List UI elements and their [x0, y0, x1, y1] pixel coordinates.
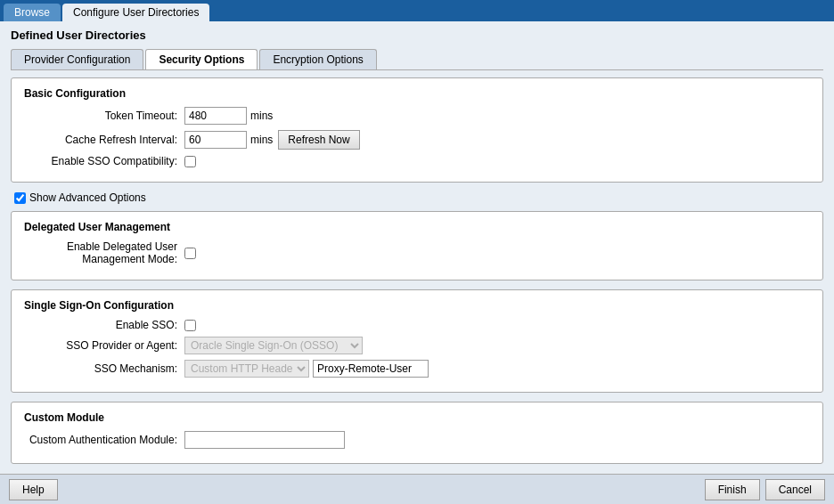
basic-config-title: Basic Configuration — [24, 87, 810, 100]
enable-sso-row: Enable SSO: — [24, 319, 810, 331]
sso-mechanism-text-input[interactable] — [313, 360, 429, 378]
tab-provider[interactable]: Provider Configuration — [11, 49, 143, 69]
tab-encryption[interactable]: Encryption Options — [259, 49, 376, 69]
tab-security[interactable]: Security Options — [145, 49, 258, 69]
show-advanced-checkbox[interactable] — [14, 192, 26, 204]
cache-refresh-input[interactable] — [184, 131, 247, 149]
tab-security-label: Security Options — [159, 53, 244, 66]
bottom-left: Help — [9, 479, 58, 500]
sso-mechanism-label: SSO Mechanism: — [24, 362, 184, 375]
basic-config-section: Basic Configuration Token Timeout: mins … — [11, 77, 823, 183]
cache-refresh-row: Cache Refresh Interval: mins Refresh Now — [24, 130, 810, 150]
enable-delegated-checkbox[interactable] — [184, 248, 196, 259]
sub-tab-bar: Provider Configuration Security Options … — [11, 49, 823, 70]
token-timeout-row: Token Timeout: mins — [24, 107, 810, 125]
tab-provider-label: Provider Configuration — [24, 53, 130, 66]
bottom-bar: Help Finish Cancel — [0, 474, 834, 504]
sso-provider-select[interactable]: Oracle Single Sign-On (OSSO) — [184, 337, 363, 354]
custom-module-title: Custom Module — [24, 411, 810, 424]
custom-module-section: Custom Module Custom Authentication Modu… — [11, 402, 823, 464]
enable-sso-compat-checkbox[interactable] — [184, 156, 196, 167]
help-button[interactable]: Help — [9, 479, 58, 500]
bottom-right: Finish Cancel — [705, 479, 825, 500]
cache-refresh-unit: mins — [250, 134, 273, 146]
show-advanced-row: Show Advanced Options — [14, 191, 823, 204]
delegated-section: Delegated User Management Enable Delegat… — [11, 211, 823, 280]
tab-bar: Browse Configure User Directories — [0, 0, 834, 21]
token-timeout-unit: mins — [250, 110, 273, 122]
custom-auth-label: Custom Authentication Module: — [24, 434, 184, 446]
enable-delegated-label: Enable Delegated User Management Mode: — [24, 240, 184, 265]
page-title: Defined User Directories — [11, 28, 823, 42]
sso-provider-row: SSO Provider or Agent: Oracle Single Sig… — [24, 337, 810, 354]
sso-mechanism-controls: Custom HTTP Header — [184, 360, 429, 378]
enable-sso-compat-row: Enable SSO Compatibility: — [24, 155, 810, 167]
custom-auth-row: Custom Authentication Module: — [24, 431, 810, 449]
sso-provider-label: SSO Provider or Agent: — [24, 339, 184, 352]
token-timeout-input[interactable] — [184, 107, 247, 125]
show-advanced-label[interactable]: Show Advanced Options — [29, 191, 146, 204]
main-content: Defined User Directories Provider Config… — [0, 21, 834, 474]
cancel-button[interactable]: Cancel — [765, 479, 825, 500]
enable-sso-compat-label: Enable SSO Compatibility: — [24, 155, 184, 167]
custom-auth-input[interactable] — [184, 431, 345, 449]
tab-configure-label: Configure User Directories — [73, 6, 199, 19]
enable-sso-label: Enable SSO: — [24, 319, 184, 331]
enable-delegated-row: Enable Delegated User Management Mode: — [24, 240, 810, 265]
finish-button[interactable]: Finish — [705, 479, 760, 500]
tab-browse-label: Browse — [14, 6, 50, 19]
sso-mechanism-row: SSO Mechanism: Custom HTTP Header — [24, 360, 810, 378]
delegated-title: Delegated User Management — [24, 221, 810, 233]
refresh-now-button[interactable]: Refresh Now — [278, 130, 359, 150]
sso-section: Single Sign-On Configuration Enable SSO:… — [11, 289, 823, 393]
cache-refresh-label: Cache Refresh Interval: — [24, 134, 184, 146]
token-timeout-label: Token Timeout: — [24, 110, 184, 122]
tab-configure[interactable]: Configure User Directories — [62, 4, 209, 21]
tab-encryption-label: Encryption Options — [273, 53, 363, 66]
sso-mechanism-select[interactable]: Custom HTTP Header — [184, 360, 309, 378]
enable-sso-checkbox[interactable] — [184, 320, 196, 331]
sso-title: Single Sign-On Configuration — [24, 299, 810, 312]
tab-browse[interactable]: Browse — [4, 4, 61, 21]
